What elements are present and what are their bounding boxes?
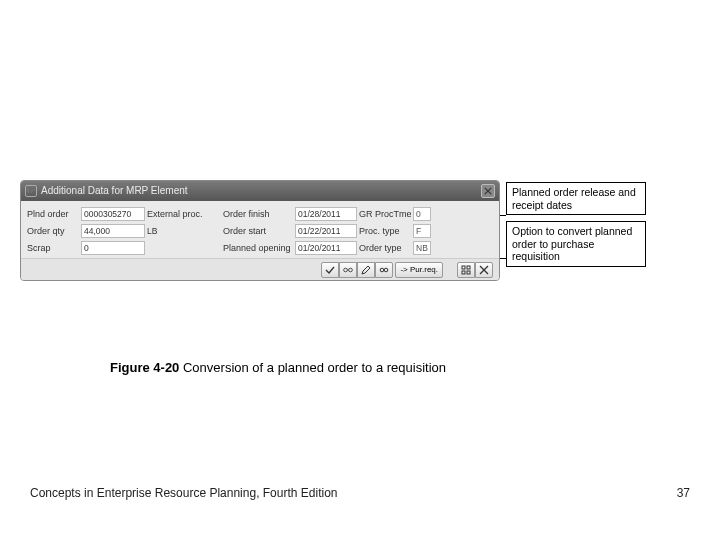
toolbar-group-2	[457, 262, 493, 278]
link-icon	[379, 265, 389, 275]
svg-rect-7	[467, 271, 470, 274]
order-qty-field[interactable]: 44,000	[81, 224, 145, 238]
svg-rect-5	[467, 266, 470, 269]
footer-book-title: Concepts in Enterprise Resource Planning…	[30, 486, 338, 500]
order-type-label: Order type	[359, 243, 411, 253]
svg-rect-6	[462, 271, 465, 274]
plnd-order-type: External proc.	[147, 209, 205, 219]
plnd-order-field[interactable]: 0000305270	[81, 207, 145, 221]
row-plnd-order: Plnd order 0000305270 External proc. Ord…	[27, 205, 493, 222]
order-start-field[interactable]: 01/22/2011	[295, 224, 357, 238]
scrap-field[interactable]: 0	[81, 241, 145, 255]
order-type-field[interactable]: NB	[413, 241, 431, 255]
convert-label: -> Pur.req.	[400, 265, 438, 274]
figure-number: Figure 4-20	[110, 360, 179, 375]
grid-button[interactable]	[457, 262, 475, 278]
check-icon	[325, 265, 335, 275]
proc-type-label: Proc. type	[359, 226, 411, 236]
planned-opening-field[interactable]: 01/20/2011	[295, 241, 357, 255]
row-order-qty: Order qty 44,000 LB Order start 01/22/20…	[27, 222, 493, 239]
proc-type-field[interactable]: F	[413, 224, 431, 238]
grid-icon	[461, 265, 471, 275]
svg-point-0	[344, 268, 348, 272]
close-icon	[484, 187, 492, 195]
footer-page-number: 37	[677, 486, 690, 500]
close-button[interactable]	[481, 184, 495, 198]
svg-point-2	[381, 268, 385, 272]
glasses-icon	[343, 265, 353, 275]
panel-title: Additional Data for MRP Element	[41, 186, 477, 196]
panel-body: Plnd order 0000305270 External proc. Ord…	[21, 201, 499, 258]
figure-caption: Figure 4-20 Conversion of a planned orde…	[110, 360, 446, 375]
gr-proc-time-label: GR ProcTme	[359, 209, 411, 219]
link-button[interactable]	[375, 262, 393, 278]
order-finish-field[interactable]: 01/28/2011	[295, 207, 357, 221]
order-start-label: Order start	[223, 226, 293, 236]
pencil-icon	[361, 265, 371, 275]
mrp-panel-container: ☞ Additional Data for MRP Element Plnd o…	[20, 180, 500, 281]
order-qty-label: Order qty	[27, 226, 79, 236]
panel-titlebar: ☞ Additional Data for MRP Element	[21, 181, 499, 201]
order-qty-unit: LB	[147, 226, 205, 236]
gr-proc-time-field[interactable]: 0	[413, 207, 431, 221]
scrap-label: Scrap	[27, 243, 79, 253]
mrp-panel: ☞ Additional Data for MRP Element Plnd o…	[20, 180, 500, 281]
plnd-order-label: Plnd order	[27, 209, 79, 219]
logout-icon: ☞	[25, 185, 37, 197]
callout-convert: Option to convert planned order to purch…	[506, 221, 646, 267]
convert-to-purreq-button[interactable]: -> Pur.req.	[395, 262, 443, 278]
cancel-button[interactable]	[475, 262, 493, 278]
figure-text: Conversion of a planned order to a requi…	[179, 360, 446, 375]
svg-point-3	[385, 268, 389, 272]
x-icon	[479, 265, 489, 275]
toolbar-group-1	[321, 262, 393, 278]
callouts-column: Planned order release and receipt dates …	[506, 182, 646, 273]
svg-rect-4	[462, 266, 465, 269]
svg-point-1	[349, 268, 353, 272]
page-footer: Concepts in Enterprise Resource Planning…	[30, 486, 690, 500]
callout-dates: Planned order release and receipt dates	[506, 182, 646, 215]
edit-button[interactable]	[357, 262, 375, 278]
order-finish-label: Order finish	[223, 209, 293, 219]
accept-button[interactable]	[321, 262, 339, 278]
panel-toolbar: -> Pur.req.	[21, 258, 499, 280]
row-scrap: Scrap 0 Planned opening 01/20/2011 Order…	[27, 239, 493, 256]
glasses-button[interactable]	[339, 262, 357, 278]
planned-opening-label: Planned opening	[223, 243, 293, 253]
